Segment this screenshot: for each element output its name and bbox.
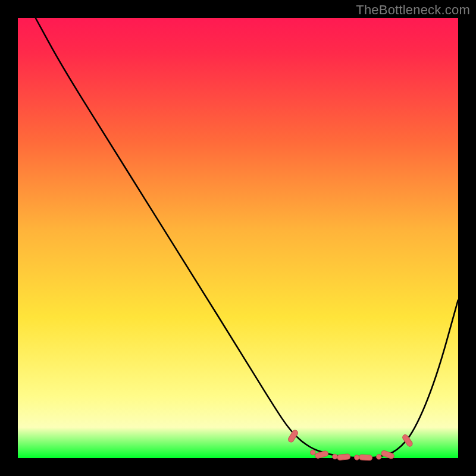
svg-rect-2 — [337, 454, 350, 461]
marker-dot — [311, 450, 315, 455]
chart-container: TheBottleneck.com — [0, 0, 476, 476]
marker-dot — [377, 455, 381, 459]
marker-dot — [355, 455, 359, 460]
svg-rect-4 — [381, 450, 395, 459]
watermark-text: TheBottleneck.com — [356, 2, 470, 18]
svg-rect-3 — [359, 455, 372, 461]
marker-pill — [381, 450, 395, 459]
marker-pill — [402, 434, 414, 447]
chart-svg — [18, 18, 458, 458]
marker-pill — [315, 450, 329, 459]
bottleneck-curve — [36, 18, 458, 458]
marker-pill — [359, 455, 372, 461]
marker-pill — [337, 454, 350, 461]
svg-rect-5 — [402, 434, 414, 447]
svg-rect-1 — [315, 450, 329, 459]
marker-dot — [333, 454, 337, 459]
plot-area — [18, 18, 458, 458]
